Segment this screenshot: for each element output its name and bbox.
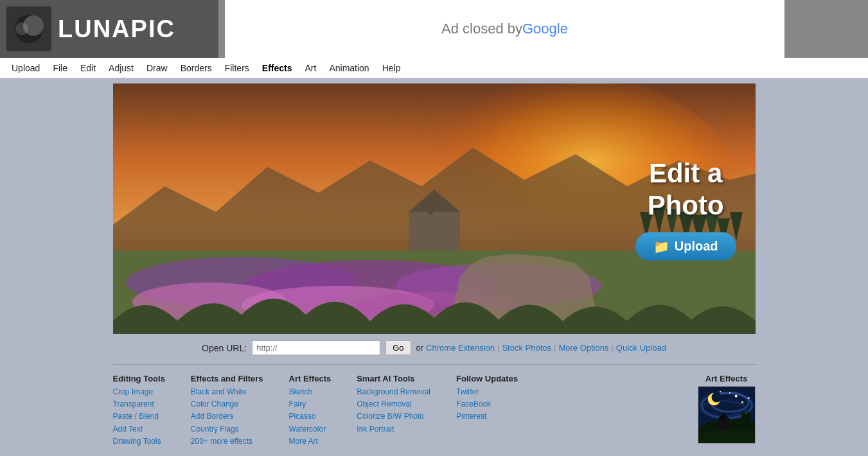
- footer-link-object-removal[interactable]: Object Removal: [357, 398, 430, 410]
- art-effects-thumb-image[interactable]: [698, 386, 756, 444]
- svg-rect-28: [722, 414, 725, 422]
- edit-photo-panel: Edit a Photo 📁 Upload: [635, 157, 736, 261]
- footer-link-bg-removal[interactable]: Background Removal: [357, 386, 430, 398]
- svg-point-2: [15, 22, 28, 35]
- ad-closed-area: Ad closed by Google: [225, 0, 784, 58]
- divider: [113, 364, 756, 365]
- nav-effects[interactable]: Effects: [256, 59, 299, 77]
- footer-editing-tools: Editing Tools Crop Image Transparent Pas…: [113, 374, 165, 448]
- footer-link-more-art[interactable]: More Art: [289, 435, 332, 448]
- stock-photos-link[interactable]: Stock Photos: [502, 343, 551, 353]
- footer-effects-filters: Effects and Filters Black and White Colo…: [191, 374, 263, 448]
- quick-upload-link[interactable]: Quick Upload: [616, 343, 666, 353]
- footer-link-color-change[interactable]: Color Change: [191, 398, 263, 410]
- footer-link-colorize[interactable]: Colorize B/W Photo: [357, 410, 430, 423]
- svg-point-24: [747, 397, 749, 399]
- or-text: or: [416, 343, 424, 353]
- nav-adjust[interactable]: Adjust: [102, 59, 140, 77]
- more-options-link[interactable]: More Options: [558, 343, 608, 353]
- svg-point-25: [720, 391, 721, 392]
- nav-help[interactable]: Help: [376, 59, 407, 77]
- art-effects-thumb-heading: Art Effects: [705, 374, 748, 383]
- logo-text: LUNAPIC: [58, 15, 175, 43]
- svg-point-21: [734, 395, 737, 398]
- nav-borders[interactable]: Borders: [174, 59, 218, 77]
- smart-ai-heading: Smart AI Tools: [357, 374, 430, 383]
- moon-icon: [13, 13, 45, 45]
- footer-smart-ai: Smart AI Tools Background Removal Object…: [357, 374, 430, 448]
- footer-link-sketch[interactable]: Sketch: [289, 386, 332, 398]
- footer-link-picasso[interactable]: Picasso: [289, 410, 332, 423]
- footer-follow: Follow Updates Twitter FaceBook Pinteres…: [456, 374, 518, 448]
- nav-draw[interactable]: Draw: [140, 59, 174, 77]
- svg-point-22: [741, 401, 743, 403]
- nav-file[interactable]: File: [46, 59, 74, 77]
- footer-link-crop[interactable]: Crop Image: [113, 386, 165, 398]
- svg-point-20: [711, 392, 722, 403]
- svg-point-23: [729, 392, 730, 394]
- footer-link-fairy[interactable]: Fairy: [289, 398, 332, 410]
- navbar: Upload File Edit Adjust Draw Borders Fil…: [0, 58, 868, 78]
- footer-art-effects: Art Effects Sketch Fairy Picasso Waterco…: [289, 374, 332, 448]
- chrome-extension-link[interactable]: Chrome Extension: [426, 343, 495, 353]
- footer-link-twitter[interactable]: Twitter: [456, 386, 518, 398]
- url-extras: or Chrome Extension | Stock Photos | Mor…: [416, 343, 666, 353]
- art-effects-heading: Art Effects: [289, 374, 332, 383]
- open-url-label: Open URL:: [202, 343, 247, 353]
- footer-link-add-text[interactable]: Add Text: [113, 423, 165, 435]
- footer-link-country-flags[interactable]: Country Flags: [191, 423, 263, 435]
- sep3: |: [611, 343, 613, 353]
- effects-filters-heading: Effects and Filters: [191, 374, 263, 383]
- starry-night-svg: [698, 387, 755, 443]
- main-content: Edit a Photo 📁 Upload Open URL: Go or Ch…: [0, 78, 868, 456]
- header-right-gray: [791, 0, 868, 58]
- editing-tools-heading: Editing Tools: [113, 374, 165, 383]
- svg-rect-5: [409, 212, 460, 250]
- ad-google-label: Google: [522, 21, 568, 37]
- footer-link-watercolor[interactable]: Watercolor: [289, 423, 332, 435]
- logo-area: LUNAPIC: [0, 0, 218, 58]
- logo-icon: [6, 6, 51, 51]
- footer-link-pinterest[interactable]: Pinterest: [456, 410, 518, 423]
- ad-closed-label: Ad closed by: [441, 21, 522, 37]
- url-input[interactable]: [252, 340, 380, 355]
- follow-heading: Follow Updates: [456, 374, 518, 383]
- edit-photo-title: Edit a Photo: [635, 157, 736, 222]
- nav-art[interactable]: Art: [299, 59, 323, 77]
- footer-link-bw[interactable]: Black and White: [191, 386, 263, 398]
- footer-link-transparent[interactable]: Transparent: [113, 398, 165, 410]
- nav-filters[interactable]: Filters: [218, 59, 256, 77]
- url-bar: Open URL: Go or Chrome Extension | Stock…: [202, 340, 666, 355]
- art-effects-thumbnail-section: Art Effects: [698, 374, 756, 448]
- nav-upload[interactable]: Upload: [5, 59, 46, 77]
- upload-icon: 📁: [653, 238, 669, 254]
- nav-edit[interactable]: Edit: [74, 59, 102, 77]
- nav-animation[interactable]: Animation: [323, 59, 375, 77]
- footer-links: Editing Tools Crop Image Transparent Pas…: [113, 367, 756, 456]
- upload-button[interactable]: 📁 Upload: [635, 232, 736, 260]
- sep1: |: [497, 343, 499, 353]
- sep2: |: [554, 343, 556, 353]
- footer-link-paste-blend[interactable]: Paste / Blend: [113, 410, 165, 423]
- footer-link-more-effects[interactable]: 200+ more effects: [191, 435, 263, 448]
- svg-rect-7: [428, 196, 433, 215]
- footer-link-drawing-tools[interactable]: Drawing Tools: [113, 435, 165, 448]
- hero-container: Edit a Photo 📁 Upload: [113, 83, 756, 334]
- footer-link-ink-portrait[interactable]: Ink Portrait: [357, 423, 430, 435]
- header: LUNAPIC Ad closed by Google: [0, 0, 868, 58]
- upload-label: Upload: [675, 239, 718, 254]
- footer-link-add-borders[interactable]: Add Borders: [191, 410, 263, 423]
- footer-link-facebook[interactable]: FaceBook: [456, 398, 518, 410]
- go-button[interactable]: Go: [385, 340, 411, 355]
